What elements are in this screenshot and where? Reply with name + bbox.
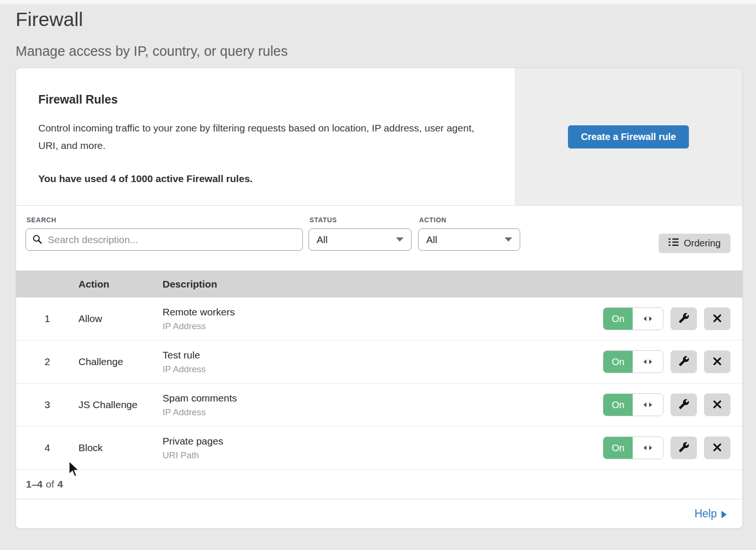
pagination-of: of (46, 479, 54, 490)
toggle-on-label: On (603, 394, 633, 416)
pagination-range: 1–4 (26, 479, 43, 490)
rule-priority: 1 (16, 313, 78, 324)
status-label: STATUS (309, 216, 412, 224)
create-firewall-rule-button[interactable]: Create a Firewall rule (568, 125, 688, 148)
edit-rule-button[interactable] (670, 393, 697, 416)
edit-rule-button[interactable] (670, 350, 697, 373)
help-link[interactable]: Help (695, 507, 727, 520)
rule-description: Test rule (163, 349, 603, 361)
info-text-panel: Firewall Rules Control incoming traffic … (16, 68, 515, 205)
table-row: 2 Challenge Test rule IP Address On (16, 340, 742, 384)
wrench-icon (679, 356, 689, 368)
status-select[interactable]: All (309, 228, 412, 251)
rule-enabled-toggle[interactable]: On (603, 350, 663, 373)
ordering-button[interactable]: Ordering (659, 234, 730, 253)
toggle-on-label: On (603, 351, 633, 373)
edit-rule-button[interactable] (670, 307, 697, 330)
action-label: ACTION (419, 216, 520, 224)
action-column-header: Action (78, 279, 163, 290)
ordering-button-label: Ordering (684, 238, 721, 249)
toggle-on-label: On (603, 308, 633, 330)
rule-enabled-toggle[interactable]: On (603, 307, 663, 330)
info-title: Firewall Rules (38, 93, 486, 106)
firewall-rules-card: Firewall Rules Control incoming traffic … (16, 68, 743, 529)
help-arrow-icon (722, 511, 727, 518)
rule-description: Private pages (163, 436, 603, 447)
delete-rule-button[interactable] (704, 307, 730, 330)
usage-note: You have used 4 of 1000 active Firewall … (38, 173, 486, 184)
help-row: Help (16, 499, 742, 528)
toggle-arrows-icon (633, 437, 663, 459)
table-header: Action Description (16, 271, 742, 297)
rule-action: JS Challenge (78, 399, 163, 410)
description-column-header: Description (163, 279, 742, 290)
table-row: 1 Allow Remote workers IP Address On (16, 297, 742, 340)
close-icon (713, 400, 722, 410)
wrench-icon (679, 442, 689, 454)
create-rule-panel: Create a Firewall rule (515, 68, 742, 205)
rule-field: IP Address (163, 407, 603, 418)
action-selected-value: All (426, 234, 437, 245)
rule-action: Challenge (78, 356, 163, 367)
pagination: 1–4 of 4 (16, 470, 742, 499)
page-subtitle: Manage access by IP, country, or query r… (16, 44, 756, 59)
rule-priority: 2 (16, 356, 78, 367)
search-input[interactable] (26, 228, 303, 251)
rule-field: IP Address (163, 364, 603, 375)
rule-priority: 4 (16, 442, 78, 454)
table-row: 3 JS Challenge Spam comments IP Address … (16, 384, 742, 427)
rule-description: Remote workers (163, 306, 603, 318)
rule-enabled-toggle[interactable]: On (603, 437, 663, 459)
page-header: Firewall Manage access by IP, country, o… (0, 0, 756, 59)
close-icon (713, 357, 722, 367)
search-label: SEARCH (26, 216, 303, 224)
toggle-arrows-icon (633, 351, 663, 373)
rule-action: Allow (78, 313, 163, 324)
chevron-down-icon (396, 237, 404, 242)
help-link-label: Help (695, 507, 717, 520)
rule-description: Spam comments (163, 393, 603, 404)
chevron-down-icon (505, 237, 512, 242)
delete-rule-button[interactable] (704, 437, 730, 459)
edit-rule-button[interactable] (670, 437, 697, 459)
wrench-icon (679, 399, 689, 411)
status-filter-group: STATUS All (309, 216, 412, 251)
ordered-list-icon (669, 238, 679, 249)
rule-field: URI Path (163, 450, 603, 461)
table-row: 4 Block Private pages URI Path On (16, 427, 742, 470)
toggle-arrows-icon (633, 394, 663, 416)
status-selected-value: All (317, 234, 327, 245)
delete-rule-button[interactable] (704, 393, 730, 416)
action-select[interactable]: All (418, 228, 520, 251)
rule-enabled-toggle[interactable]: On (603, 393, 663, 416)
action-filter-group: ACTION All (418, 216, 520, 251)
close-icon (713, 314, 722, 324)
filter-bar: SEARCH STATUS All ACTION All (16, 206, 742, 271)
wrench-icon (679, 313, 689, 325)
close-icon (713, 443, 722, 453)
info-description: Control incoming traffic to your zone by… (38, 119, 486, 154)
rule-action: Block (78, 442, 163, 454)
page-title: Firewall (16, 9, 756, 31)
rule-field: IP Address (163, 321, 603, 332)
delete-rule-button[interactable] (704, 350, 730, 373)
toggle-arrows-icon (633, 308, 663, 330)
toggle-on-label: On (603, 437, 633, 459)
rule-priority: 3 (16, 399, 78, 410)
pagination-total: 4 (58, 479, 63, 490)
search-filter-group: SEARCH (26, 216, 303, 251)
info-section: Firewall Rules Control incoming traffic … (16, 68, 742, 206)
